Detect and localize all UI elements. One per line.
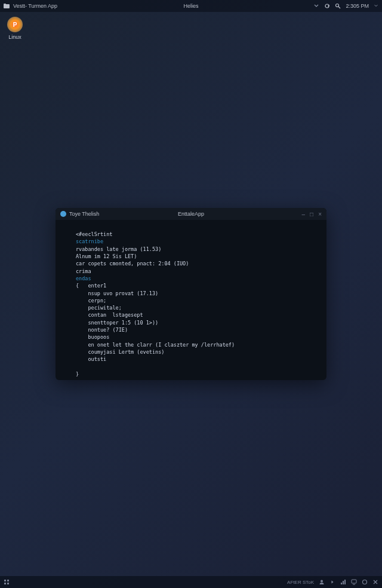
svg-rect-12 — [344, 580, 346, 584]
caret-icon[interactable] — [329, 579, 335, 585]
top-menubar: Vestt- Turmen App Helies 2:305 PM — [0, 0, 382, 12]
svg-line-4 — [338, 7, 340, 8]
terminal-title-left: Toye Thelish — [60, 211, 99, 217]
terminal-titlebar[interactable]: Toye Thelish EnttaleApp – □ × — [56, 208, 326, 220]
svg-rect-13 — [352, 580, 356, 583]
svg-rect-5 — [4, 580, 6, 581]
circle-icon[interactable] — [362, 579, 368, 585]
clock-time: 2:305 PM — [346, 3, 369, 9]
topbar-left: Vestt- Turmen App — [4, 3, 57, 9]
svg-rect-10 — [341, 583, 342, 584]
minimize-button[interactable]: – — [302, 211, 306, 218]
svg-point-9 — [321, 580, 323, 583]
terminal-window: Toye Thelish EnttaleApp – □ × <#eeclSrti… — [56, 208, 326, 380]
topbar-center-label: Helies — [183, 3, 198, 9]
topbar-right: 2:305 PM — [313, 2, 378, 10]
user-icon[interactable] — [319, 579, 325, 585]
taskbar-right: AFtER SToK — [287, 579, 378, 585]
desktop-icon-label: Linux — [8, 34, 21, 40]
app-title: Vestt- Turmen App — [13, 3, 57, 9]
terminal-content[interactable]: <#eeclSrtint scatrnibe rvabandes late jo… — [56, 220, 326, 380]
terminal-window-title: Toye Thelish — [69, 211, 99, 217]
svg-rect-7 — [4, 583, 6, 584]
window-controls: – □ × — [302, 211, 322, 218]
close-button[interactable]: × — [318, 211, 322, 218]
taskbar-left — [4, 579, 10, 585]
svg-rect-8 — [7, 583, 9, 584]
chart-icon[interactable] — [340, 579, 346, 585]
taskbar-status-text: AFtER SToK — [287, 580, 314, 585]
chevron-down-icon[interactable] — [313, 2, 319, 10]
terminal-app-icon — [60, 211, 66, 217]
monitor-icon[interactable] — [351, 579, 357, 585]
refresh-icon[interactable] — [324, 3, 330, 9]
search-icon[interactable] — [335, 3, 341, 9]
bottom-taskbar: AFtER SToK — [0, 576, 382, 588]
desktop-icon-linux[interactable]: P Linux — [7, 17, 23, 40]
svg-point-3 — [336, 4, 339, 7]
folder-icon — [4, 3, 10, 9]
terminal-document-name: EnttaleApp — [178, 211, 204, 217]
tools-icon[interactable] — [372, 579, 378, 585]
svg-rect-1 — [4, 4, 6, 5]
svg-point-15 — [363, 580, 367, 584]
svg-rect-6 — [7, 580, 9, 581]
svg-rect-0 — [4, 4, 10, 8]
chevron-down-icon[interactable] — [374, 3, 378, 9]
svg-rect-11 — [343, 581, 344, 584]
maximize-button[interactable]: □ — [310, 211, 313, 218]
menu-icon[interactable] — [4, 579, 10, 585]
linux-logo-icon: P — [7, 17, 23, 32]
